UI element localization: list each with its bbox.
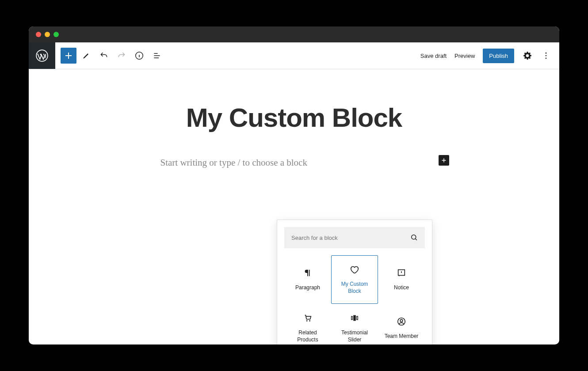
user-icon: [396, 316, 407, 327]
publish-button[interactable]: Publish: [483, 49, 514, 63]
block-item-my-custom-block[interactable]: My Custom Block: [331, 255, 378, 304]
preview-link[interactable]: Preview: [454, 53, 475, 59]
svg-point-13: [400, 320, 403, 322]
columns-icon: [349, 313, 360, 323]
notice-icon: [396, 268, 407, 278]
block-label: My Custom Block: [332, 281, 378, 295]
more-vertical-icon: [542, 51, 550, 60]
block-label: Team Member: [382, 333, 421, 340]
post-title[interactable]: My Custom Block: [29, 102, 559, 133]
paragraph-icon: [302, 268, 313, 278]
svg-rect-9: [353, 315, 356, 321]
block-item-notice[interactable]: Notice: [378, 255, 425, 304]
block-item-team-member[interactable]: Team Member: [378, 304, 425, 344]
save-draft-link[interactable]: Save draft: [420, 53, 447, 59]
window-maximize-button[interactable]: [53, 32, 59, 37]
plus-icon: [63, 50, 74, 61]
block-item-testimonial-slider[interactable]: Testimonial Slider: [331, 304, 378, 344]
svg-point-3: [546, 55, 547, 57]
window-minimize-button[interactable]: [45, 32, 50, 37]
block-search-input[interactable]: [284, 227, 425, 248]
info-button[interactable]: [131, 48, 147, 64]
info-icon: [134, 51, 144, 61]
search-icon: [410, 233, 419, 242]
heart-icon: [349, 264, 360, 275]
block-label: Notice: [391, 284, 412, 292]
toolbar-buttons: [55, 48, 165, 64]
block-label: Paragraph: [293, 284, 323, 292]
svg-point-8: [309, 320, 310, 322]
gear-icon: [523, 51, 532, 60]
undo-button[interactable]: [96, 48, 112, 64]
block-item-related-products[interactable]: Related Products: [284, 304, 331, 344]
list-icon: [153, 51, 161, 60]
header-right: Save draft Preview Publish: [420, 49, 559, 63]
outline-button[interactable]: [149, 48, 165, 64]
pencil-icon: [82, 51, 91, 60]
block-label: Related Products: [285, 329, 331, 343]
editor-header: Save draft Preview Publish: [29, 42, 559, 69]
window-close-button[interactable]: [36, 32, 41, 37]
undo-icon: [99, 51, 108, 60]
block-item-paragraph[interactable]: Paragraph: [284, 255, 331, 304]
block-inserter-popover: Paragraph My Custom Block Notice: [277, 220, 432, 344]
wordpress-icon: [36, 49, 48, 62]
svg-point-4: [546, 58, 547, 59]
editor-body: My Custom Block Start writing or type / …: [29, 69, 559, 344]
svg-rect-11: [357, 317, 358, 320]
blocks-grid: Paragraph My Custom Block Notice: [277, 255, 432, 344]
block-placeholder[interactable]: Start writing or type / to choose a bloc…: [160, 157, 428, 168]
header-left: [29, 42, 165, 69]
edit-mode-button[interactable]: [78, 48, 94, 64]
wordpress-logo[interactable]: [29, 42, 55, 69]
svg-rect-10: [351, 317, 353, 320]
settings-button[interactable]: [522, 50, 533, 61]
svg-point-7: [306, 320, 308, 322]
window-titlebar: [29, 26, 559, 42]
svg-point-5: [412, 235, 416, 239]
redo-button[interactable]: [114, 48, 130, 64]
editor-window: Save draft Preview Publish My Custom Blo…: [29, 26, 559, 344]
svg-point-2: [546, 53, 547, 54]
inline-add-block-button[interactable]: [439, 155, 449, 166]
more-menu-button[interactable]: [541, 50, 551, 61]
redo-icon: [117, 51, 126, 60]
add-block-button[interactable]: [61, 48, 76, 64]
cart-icon: [302, 313, 313, 323]
plus-icon: [440, 156, 448, 164]
block-label: Testimonial Slider: [332, 329, 378, 343]
content-area: Start writing or type / to choose a bloc…: [160, 157, 428, 168]
block-search-wrap: [277, 220, 432, 255]
